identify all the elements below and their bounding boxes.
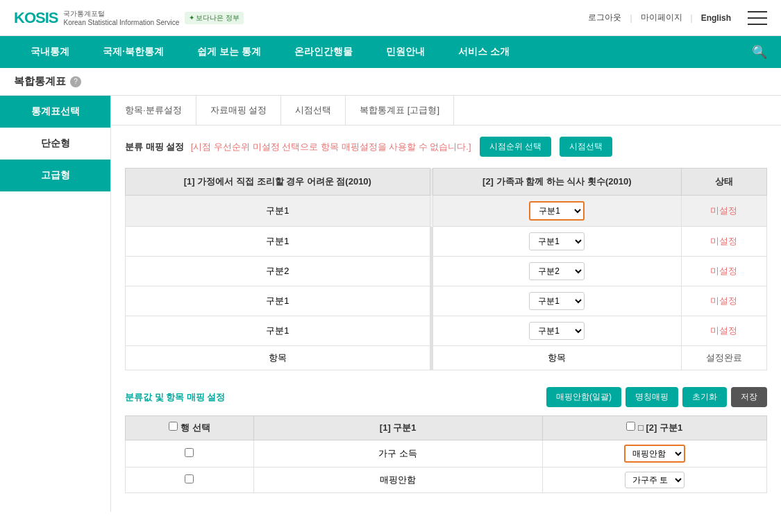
divider2: | [691, 13, 693, 23]
logo-sub2: Korean Statistical Information Service [63, 18, 179, 27]
badge-plus: ✦ [189, 14, 194, 22]
row5-label2: 항목 [433, 346, 681, 370]
row-checkbox-1[interactable] [185, 474, 194, 483]
btn-group: 매핑안함(일괄) 명칭매핑 초기화 저장 [546, 387, 767, 407]
btn-mapping-all[interactable]: 매핑안함(일괄) [546, 387, 621, 407]
table-row: 구분1 구분1 구분2 미설정 [126, 227, 767, 257]
nav-civil[interactable]: 민원안내 [369, 36, 442, 68]
row0-dropdown-cell: 구분1 구분2 [433, 196, 681, 227]
nav-service[interactable]: 서비스 소개 [442, 36, 526, 68]
nav-bar: 국내통계 국제·북한통계 쉽게 보는 통계 온라인간행물 민원안내 서비스 소개… [0, 36, 781, 68]
nav-publication[interactable]: 온라인간행물 [278, 36, 369, 68]
table-row: 구분2 구분2 구분1 미설정 [126, 257, 767, 286]
logout-link[interactable]: 로그아웃 [588, 12, 621, 24]
sidebar-item-table-select[interactable]: 통계표선택 [0, 96, 110, 128]
logo-sub1: 국가통계포털 [63, 9, 179, 18]
page-title: 복합통계표 [14, 75, 66, 88]
right-panel-wrapper: 항목·분류설정 자료매핑 설정 시점선택 복합통계표 [고급형] 분류 매핑 설… [111, 96, 781, 512]
row5-label1: 항목 [126, 346, 430, 370]
row1-status: 미설정 [681, 227, 766, 257]
row-mapping-dropdown-1[interactable]: 가구주 토 매핑안함 [625, 472, 685, 488]
notice-text: 분류 매핑 설정 [시점 우선순위 미설정 선택으로 항목 매핑설정을 사용할 … [125, 141, 471, 153]
notice-desc: [시점 우선순위 미설정 선택으로 항목 매핑설정을 사용할 수 없습니다.] [191, 141, 471, 152]
tab-category[interactable]: 항목·분류설정 [111, 96, 196, 125]
help-icon[interactable]: ? [70, 76, 81, 87]
row1-label1: 구분1 [126, 227, 430, 257]
col2-header-text: □ [2] 구분1 [638, 422, 682, 433]
row3-status: 미설정 [681, 286, 766, 316]
row-checkbox-0[interactable] [185, 448, 194, 457]
nav-international[interactable]: 국제·북한통계 [86, 36, 180, 68]
nav-domestic[interactable]: 국내통계 [14, 36, 86, 68]
row-label-0: 가구 소득 [253, 440, 542, 467]
row2-status: 미설정 [681, 257, 766, 286]
notice-title: 분류 매핑 설정 [125, 141, 184, 152]
section-title-bar: 분류값 및 항목 매핑 설정 매핑안함(일괄) 명칭매핑 초기화 저장 [125, 387, 767, 407]
btn-reset[interactable]: 초기화 [682, 387, 727, 407]
nav-easy[interactable]: 쉽게 보는 통계 [180, 36, 278, 68]
hamburger-menu[interactable] [748, 11, 767, 25]
row-check-cell [126, 440, 254, 467]
table-row: 항목 항목 설정완료 [126, 346, 767, 370]
section-title: 분류값 및 항목 매핑 설정 [125, 391, 225, 404]
logo-area: KOSIS 국가통계포털 Korean Statistical Informat… [14, 9, 588, 27]
tab-time[interactable]: 시점선택 [281, 96, 346, 125]
row-label-1: 매핑안함 [253, 467, 542, 493]
divider1: | [630, 13, 632, 23]
row-check-cell-1 [126, 467, 254, 493]
row-dropdown-cell-1: 가구주 토 매핑안함 [542, 467, 766, 493]
col2-label-header: □ [2] 구분1 [542, 416, 766, 440]
btn-save[interactable]: 저장 [731, 387, 767, 407]
col1-label-header: [1] 구분1 [253, 416, 542, 440]
col-check-header: 행 선택 [126, 416, 254, 440]
sidebar-item-simple[interactable]: 단순형 [0, 128, 110, 160]
btn-name-mapping[interactable]: 명칭매핑 [625, 387, 678, 407]
row2-dropdown[interactable]: 구분2 구분1 [529, 262, 585, 280]
badge-text: 보다나은 정부 [196, 13, 240, 23]
breadcrumb-bar: 복합통계표 ? [0, 68, 781, 96]
search-icon[interactable]: 🔍 [752, 44, 767, 60]
logo-kosis[interactable]: KOSIS [14, 9, 58, 27]
row4-status: 미설정 [681, 316, 766, 346]
row2-label1: 구분2 [126, 257, 430, 286]
mypage-link[interactable]: 마이페이지 [641, 12, 682, 24]
list-item: 가구 소득 매핑안함 가구 소득 [126, 440, 767, 467]
list-item: 매핑안함 가구주 토 매핑안함 [126, 467, 767, 493]
mapping-table: [1] 가정에서 직접 조리할 경우 어려운 점(2010) [2] 가족과 함… [125, 168, 767, 370]
row-mapping-dropdown-0[interactable]: 매핑안함 가구 소득 [624, 445, 685, 463]
row5-status: 설정완료 [681, 346, 766, 370]
sidebar: 통계표선택 단순형 고급형 [0, 96, 111, 512]
row0-dropdown[interactable]: 구분1 구분2 [529, 201, 585, 221]
row3-dropdown-cell: 구분1 구분2 [433, 286, 681, 316]
sidebar-item-advanced[interactable]: 고급형 [0, 160, 110, 191]
row2-dropdown-cell: 구분2 구분1 [433, 257, 681, 286]
tab-complex-advanced[interactable]: 복합통계표 [고급형] [346, 96, 454, 125]
content-area: 분류 매핑 설정 [시점 우선순위 미설정 선택으로 항목 매핑설정을 사용할 … [111, 126, 781, 504]
logo-subtitle-area: 국가통계포털 Korean Statistical Information Se… [63, 9, 179, 27]
select-all-checkbox[interactable] [169, 422, 178, 431]
row4-dropdown[interactable]: 구분1 구분2 [529, 322, 585, 340]
row4-label1: 구분1 [126, 316, 430, 346]
col2-header: [2] 가족과 함께 하는 식사 횟수(2010) [433, 169, 681, 196]
page-content: 복합통계표 ? 통계표선택 단순형 고급형 항목·분류설정 자료매핑 설정 시점… [0, 68, 781, 532]
row4-dropdown-cell: 구분1 구분2 [433, 316, 681, 346]
col-status: 상태 [681, 169, 766, 196]
row3-label1: 구분1 [126, 286, 430, 316]
btn-priority-select[interactable]: 시점순위 선택 [480, 137, 551, 157]
tab-data-mapping[interactable]: 자료매핑 설정 [196, 96, 282, 125]
notice-bar: 분류 매핑 설정 [시점 우선순위 미설정 선택으로 항목 매핑설정을 사용할 … [125, 137, 767, 157]
english-link[interactable]: English [701, 13, 731, 23]
row0-status: 미설정 [681, 196, 766, 227]
col2-check[interactable] [626, 422, 635, 431]
col-check-label: 행 선택 [180, 422, 210, 433]
classification-table: 행 선택 [1] 구분1 □ [2] 구분1 [125, 415, 767, 493]
logo-badge: ✦ 보다나은 정부 [185, 12, 244, 24]
table-row: 구분1 구분1 구분2 미설정 [126, 316, 767, 346]
main-layout: 통계표선택 단순형 고급형 항목·분류설정 자료매핑 설정 시점선택 복합통계표… [0, 96, 781, 512]
row1-dropdown[interactable]: 구분1 구분2 [529, 232, 585, 250]
hamburger-line2 [748, 17, 767, 19]
hamburger-line3 [748, 24, 767, 25]
row1-dropdown-cell: 구분1 구분2 [433, 227, 681, 257]
row3-dropdown[interactable]: 구분1 구분2 [529, 292, 585, 310]
btn-time-select[interactable]: 시점선택 [560, 137, 612, 157]
